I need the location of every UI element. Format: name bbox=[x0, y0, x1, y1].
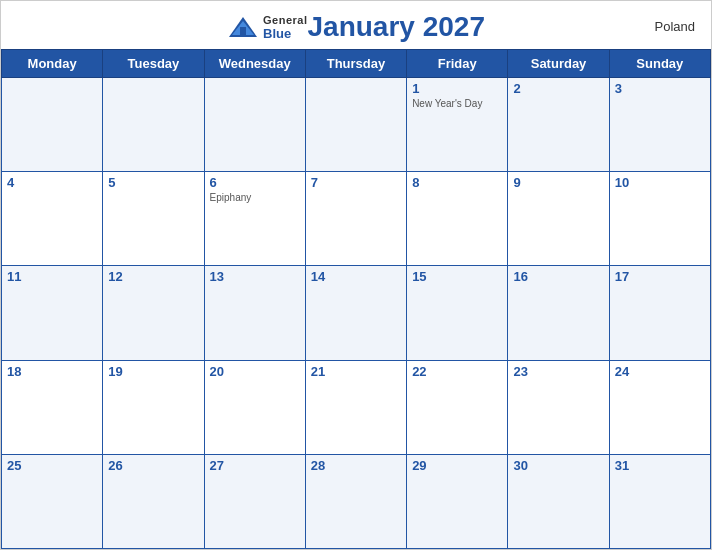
col-tuesday: Tuesday bbox=[103, 50, 204, 78]
day-number: 6 bbox=[210, 175, 300, 190]
cell-week1-day2 bbox=[103, 78, 204, 172]
cell-week1-day7: 3 bbox=[609, 78, 710, 172]
cell-week5-day2: 26 bbox=[103, 454, 204, 548]
cell-week2-day2: 5 bbox=[103, 172, 204, 266]
col-wednesday: Wednesday bbox=[204, 50, 305, 78]
cell-week5-day6: 30 bbox=[508, 454, 609, 548]
cell-week1-day6: 2 bbox=[508, 78, 609, 172]
col-sunday: Sunday bbox=[609, 50, 710, 78]
cell-week3-day6: 16 bbox=[508, 266, 609, 360]
day-number: 31 bbox=[615, 458, 705, 473]
cell-week4-day3: 20 bbox=[204, 360, 305, 454]
week-row-1: 1New Year's Day23 bbox=[2, 78, 711, 172]
cell-week2-day4: 7 bbox=[305, 172, 406, 266]
calendar-body: 1New Year's Day23456Epiphany789101112131… bbox=[2, 78, 711, 549]
day-number: 27 bbox=[210, 458, 300, 473]
day-number: 13 bbox=[210, 269, 300, 284]
cell-week2-day6: 9 bbox=[508, 172, 609, 266]
calendar-wrapper: General Blue January 2027 Poland Monday … bbox=[0, 0, 712, 550]
day-number: 5 bbox=[108, 175, 198, 190]
day-number: 4 bbox=[7, 175, 97, 190]
day-number: 19 bbox=[108, 364, 198, 379]
day-number: 2 bbox=[513, 81, 603, 96]
day-number: 20 bbox=[210, 364, 300, 379]
country-label: Poland bbox=[655, 19, 695, 34]
cell-week4-day1: 18 bbox=[2, 360, 103, 454]
day-number: 29 bbox=[412, 458, 502, 473]
day-number: 12 bbox=[108, 269, 198, 284]
cell-week5-day5: 29 bbox=[407, 454, 508, 548]
holiday-name: Epiphany bbox=[210, 192, 300, 203]
day-number: 18 bbox=[7, 364, 97, 379]
day-number: 17 bbox=[615, 269, 705, 284]
day-number: 21 bbox=[311, 364, 401, 379]
cell-week3-day3: 13 bbox=[204, 266, 305, 360]
cell-week5-day4: 28 bbox=[305, 454, 406, 548]
cell-week4-day2: 19 bbox=[103, 360, 204, 454]
cell-week1-day4 bbox=[305, 78, 406, 172]
cell-week5-day7: 31 bbox=[609, 454, 710, 548]
cell-week2-day5: 8 bbox=[407, 172, 508, 266]
logo-text: General Blue bbox=[263, 14, 307, 41]
cell-week1-day5: 1New Year's Day bbox=[407, 78, 508, 172]
day-number: 22 bbox=[412, 364, 502, 379]
col-saturday: Saturday bbox=[508, 50, 609, 78]
cell-week4-day5: 22 bbox=[407, 360, 508, 454]
cell-week4-day6: 23 bbox=[508, 360, 609, 454]
header-row: Monday Tuesday Wednesday Thursday Friday… bbox=[2, 50, 711, 78]
day-number: 23 bbox=[513, 364, 603, 379]
day-number: 26 bbox=[108, 458, 198, 473]
day-number: 30 bbox=[513, 458, 603, 473]
cell-week1-day3 bbox=[204, 78, 305, 172]
logo: General Blue bbox=[227, 14, 307, 41]
day-number: 24 bbox=[615, 364, 705, 379]
week-row-2: 456Epiphany78910 bbox=[2, 172, 711, 266]
cell-week3-day2: 12 bbox=[103, 266, 204, 360]
cell-week2-day3: 6Epiphany bbox=[204, 172, 305, 266]
cell-week2-day7: 10 bbox=[609, 172, 710, 266]
cell-week2-day1: 4 bbox=[2, 172, 103, 266]
cell-week5-day1: 25 bbox=[2, 454, 103, 548]
cell-week3-day1: 11 bbox=[2, 266, 103, 360]
day-number: 11 bbox=[7, 269, 97, 284]
logo-general-text: General bbox=[263, 14, 307, 26]
day-number: 25 bbox=[7, 458, 97, 473]
col-friday: Friday bbox=[407, 50, 508, 78]
week-row-3: 11121314151617 bbox=[2, 266, 711, 360]
cell-week5-day3: 27 bbox=[204, 454, 305, 548]
col-thursday: Thursday bbox=[305, 50, 406, 78]
day-number: 16 bbox=[513, 269, 603, 284]
logo-blue-text: Blue bbox=[263, 26, 307, 41]
day-number: 7 bbox=[311, 175, 401, 190]
cell-week3-day7: 17 bbox=[609, 266, 710, 360]
calendar-table: Monday Tuesday Wednesday Thursday Friday… bbox=[1, 49, 711, 549]
logo-icon bbox=[227, 15, 259, 39]
cell-week3-day4: 14 bbox=[305, 266, 406, 360]
cell-week1-day1 bbox=[2, 78, 103, 172]
svg-rect-2 bbox=[240, 27, 246, 35]
day-number: 15 bbox=[412, 269, 502, 284]
day-number: 1 bbox=[412, 81, 502, 96]
cell-week4-day7: 24 bbox=[609, 360, 710, 454]
cell-week4-day4: 21 bbox=[305, 360, 406, 454]
calendar-title: January 2027 bbox=[308, 11, 485, 43]
week-row-4: 18192021222324 bbox=[2, 360, 711, 454]
day-number: 10 bbox=[615, 175, 705, 190]
calendar-header: General Blue January 2027 Poland bbox=[1, 1, 711, 49]
day-number: 3 bbox=[615, 81, 705, 96]
day-number: 9 bbox=[513, 175, 603, 190]
day-number: 28 bbox=[311, 458, 401, 473]
cell-week3-day5: 15 bbox=[407, 266, 508, 360]
holiday-name: New Year's Day bbox=[412, 98, 502, 109]
day-number: 14 bbox=[311, 269, 401, 284]
week-row-5: 25262728293031 bbox=[2, 454, 711, 548]
col-monday: Monday bbox=[2, 50, 103, 78]
day-number: 8 bbox=[412, 175, 502, 190]
